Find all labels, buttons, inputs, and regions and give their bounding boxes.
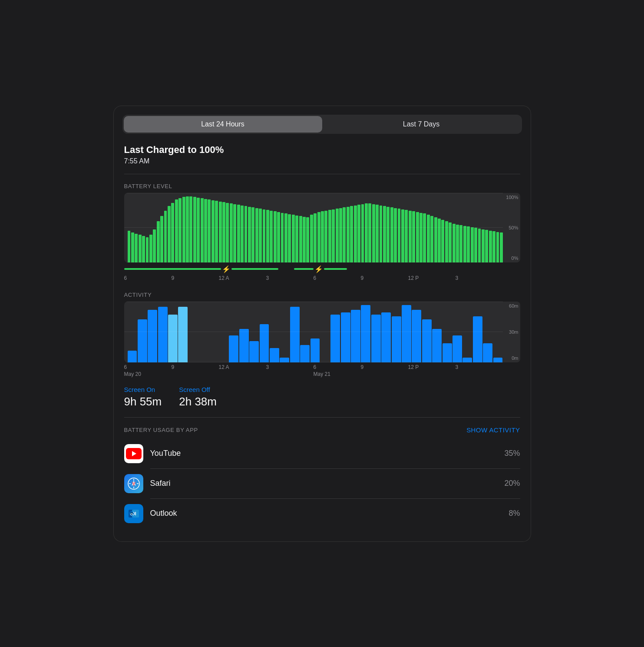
battery-bar bbox=[482, 229, 485, 262]
battery-level-chart: 100% 50% 0% bbox=[124, 193, 520, 262]
battery-y-100: 100% bbox=[506, 195, 518, 200]
app-name: YouTube bbox=[150, 449, 498, 458]
activity-date-label bbox=[172, 371, 219, 377]
battery-bar bbox=[292, 215, 295, 262]
activity-level-chart: 60m 30m 0m bbox=[124, 302, 520, 362]
battery-bar bbox=[438, 219, 441, 262]
activity-x-label: 6 bbox=[314, 364, 361, 370]
battery-bar bbox=[376, 205, 379, 262]
list-item[interactable]: Ol O Outlook 8% bbox=[114, 499, 531, 528]
battery-x-label: 6 bbox=[124, 275, 172, 281]
activity-date-labels: May 20May 21 bbox=[114, 370, 531, 377]
activity-date-label bbox=[408, 371, 456, 377]
battery-bar bbox=[416, 212, 419, 262]
battery-x-labels: 6912 A36912 P3 bbox=[114, 273, 531, 281]
list-item[interactable]: Safari 20% bbox=[114, 469, 531, 498]
battery-bar bbox=[153, 229, 156, 262]
battery-y-labels: 100% 50% 0% bbox=[506, 193, 518, 262]
activity-bar bbox=[412, 310, 421, 362]
divider-top bbox=[124, 174, 520, 174]
screen-on-label: Screen On bbox=[124, 386, 162, 393]
activity-bar bbox=[483, 343, 492, 362]
battery-bar bbox=[281, 213, 284, 262]
activity-bar bbox=[452, 335, 462, 362]
battery-bar bbox=[496, 232, 499, 262]
activity-bar bbox=[138, 319, 147, 362]
activity-bar bbox=[300, 345, 310, 362]
battery-bar bbox=[139, 235, 142, 262]
activity-bar bbox=[239, 329, 249, 362]
battery-bar bbox=[405, 210, 408, 262]
battery-x-label: 3 bbox=[266, 275, 314, 281]
battery-bar bbox=[230, 203, 233, 262]
battery-bar bbox=[244, 206, 248, 262]
activity-bar bbox=[493, 358, 503, 362]
activity-date-label: May 21 bbox=[314, 371, 361, 377]
battery-bar bbox=[419, 213, 423, 262]
app-list: YouTube 35% Safari 20% Ol bbox=[114, 439, 531, 528]
last-charged-time: 7:55 AM bbox=[124, 157, 520, 165]
battery-bar bbox=[149, 235, 152, 262]
activity-bar bbox=[168, 315, 178, 362]
battery-bar bbox=[324, 211, 327, 262]
screen-off-value: 2h 38m bbox=[179, 395, 217, 408]
battery-bar bbox=[467, 226, 470, 262]
battery-bar bbox=[222, 202, 225, 262]
battery-usage-header: BATTERY USAGE BY APP SHOW ACTIVITY bbox=[114, 426, 531, 434]
battery-bar bbox=[383, 206, 386, 262]
activity-y-labels: 60m 30m 0m bbox=[509, 302, 518, 362]
battery-bar bbox=[409, 211, 412, 262]
tab-7d[interactable]: Last 7 Days bbox=[322, 116, 521, 133]
battery-bar bbox=[270, 211, 273, 262]
battery-bar bbox=[427, 215, 430, 262]
battery-bar bbox=[452, 224, 456, 262]
battery-bar bbox=[277, 212, 280, 262]
battery-bar bbox=[128, 231, 131, 262]
battery-bar bbox=[485, 230, 488, 262]
app-percent: 20% bbox=[504, 479, 520, 488]
battery-bar bbox=[219, 202, 222, 262]
battery-bar bbox=[336, 209, 339, 262]
battery-x-label: 12 P bbox=[408, 275, 456, 281]
activity-bar bbox=[148, 310, 157, 362]
battery-bar bbox=[255, 208, 258, 262]
screen-on-stat: Screen On 9h 55m bbox=[124, 386, 162, 408]
last-charged-section: Last Charged to 100% 7:55 AM bbox=[114, 144, 531, 174]
battery-bar bbox=[430, 216, 433, 262]
battery-bar bbox=[164, 211, 167, 262]
battery-bar bbox=[251, 207, 254, 262]
charging-segment-2 bbox=[231, 268, 278, 270]
bolt-icon-1: ⚡ bbox=[222, 265, 231, 273]
battery-bar bbox=[193, 197, 196, 262]
battery-bar bbox=[303, 217, 306, 262]
activity-bar bbox=[249, 341, 259, 362]
screen-stats: Screen On 9h 55m Screen Off 2h 38m bbox=[114, 377, 531, 417]
tab-bar: Last 24 Hours Last 7 Days bbox=[122, 115, 522, 134]
activity-y-30: 30m bbox=[509, 329, 518, 335]
activity-bar bbox=[270, 348, 279, 362]
battery-bar bbox=[241, 206, 244, 262]
battery-bar bbox=[142, 236, 145, 262]
list-item[interactable]: YouTube 35% bbox=[114, 439, 531, 468]
activity-bar bbox=[371, 315, 381, 362]
activity-bar bbox=[178, 307, 188, 362]
battery-chart-container: 100% 50% 0% bbox=[124, 193, 520, 262]
battery-bar bbox=[208, 199, 211, 262]
battery-bar bbox=[211, 200, 215, 262]
battery-bar bbox=[386, 207, 390, 262]
battery-x-label: 3 bbox=[456, 275, 503, 281]
battery-bar bbox=[171, 203, 174, 262]
battery-bar bbox=[328, 210, 331, 262]
battery-bar bbox=[339, 208, 342, 262]
activity-bar bbox=[351, 310, 360, 362]
battery-bar bbox=[372, 204, 375, 262]
battery-bar bbox=[178, 198, 182, 262]
battery-bar bbox=[423, 213, 426, 262]
show-activity-button[interactable]: SHOW ACTIVITY bbox=[466, 426, 520, 434]
battery-bar bbox=[299, 216, 302, 262]
activity-bar bbox=[392, 316, 401, 362]
battery-bar bbox=[474, 228, 477, 262]
charging-segment-3 bbox=[294, 268, 314, 270]
battery-bar bbox=[500, 232, 503, 262]
tab-24h[interactable]: Last 24 Hours bbox=[124, 116, 322, 133]
